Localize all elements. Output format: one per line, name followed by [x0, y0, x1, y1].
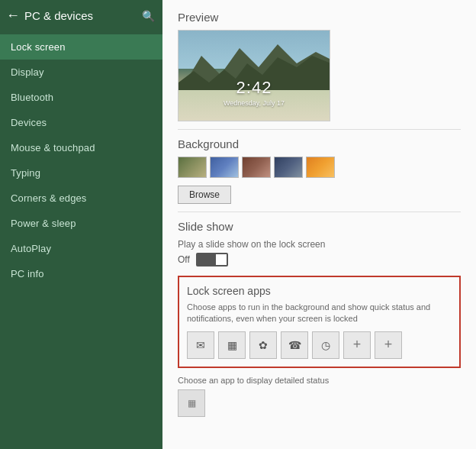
sidebar-item-mouse-touchpad[interactable]: Mouse & touchpad: [0, 135, 162, 160]
messages-icon: ☎: [288, 339, 301, 351]
preview-section: Preview 2:42 Wednesday, July 17: [178, 11, 461, 121]
sidebar-item-typing[interactable]: Typing: [0, 160, 162, 186]
add-app-button-2[interactable]: +: [375, 331, 402, 359]
alarms-icon: ◷: [321, 339, 330, 351]
app-icon-mail[interactable]: ✉: [187, 331, 214, 359]
weather-icon: ✿: [259, 339, 268, 351]
lock-apps-description: Choose apps to run in the background and…: [187, 302, 452, 325]
app-icon-messages[interactable]: ☎: [281, 331, 308, 359]
slideshow-toggle[interactable]: [196, 253, 228, 266]
sidebar-item-pc-info[interactable]: PC info: [0, 261, 162, 286]
sidebar: ← PC & devices 🔍 Lock screen Display Blu…: [0, 0, 162, 449]
sidebar-item-corners-edges[interactable]: Corners & edges: [0, 186, 162, 211]
background-section: Background Browse: [178, 137, 461, 204]
divider-2: [178, 212, 461, 212]
detailed-status-icon-symbol: ▦: [188, 398, 196, 409]
lock-apps-section: Lock screen apps Choose apps to run in t…: [178, 276, 461, 368]
mail-icon: ✉: [196, 339, 205, 351]
sidebar-item-power-sleep[interactable]: Power & sleep: [0, 211, 162, 236]
detailed-status-description: Choose an app to display detailed status: [178, 376, 461, 385]
add-icon-2: +: [384, 337, 393, 353]
app-icon-weather[interactable]: ✿: [249, 331, 277, 359]
background-title: Background: [178, 137, 461, 150]
slideshow-title: Slide show: [178, 220, 461, 233]
sidebar-item-display[interactable]: Display: [0, 60, 162, 85]
sidebar-item-autoplay[interactable]: AutoPlay: [0, 236, 162, 261]
main-content: Preview 2:42 Wednesday, July 17 Backgrou…: [162, 0, 476, 449]
bg-swatch-5[interactable]: [306, 157, 335, 178]
lock-apps-title: Lock screen apps: [187, 285, 452, 297]
preview-image: 2:42 Wednesday, July 17: [178, 30, 330, 121]
preview-date: Wednesday, July 17: [224, 99, 285, 107]
sidebar-item-bluetooth[interactable]: Bluetooth: [0, 85, 162, 110]
bg-swatch-3[interactable]: [242, 157, 271, 178]
slideshow-description: Play a slide show on the lock screen: [178, 239, 461, 250]
sidebar-header: ← PC & devices 🔍: [0, 0, 162, 31]
sidebar-title: PC & devices: [24, 9, 93, 22]
calendar-icon: ▦: [227, 339, 237, 351]
toggle-off-label: Off: [178, 254, 190, 265]
app-icons-row: ✉ ▦ ✿ ☎ ◷ + +: [187, 331, 452, 359]
preview-title: Preview: [178, 11, 461, 24]
app-icon-alarms[interactable]: ◷: [312, 331, 339, 359]
add-icon-1: +: [353, 337, 362, 353]
divider-1: [178, 129, 461, 130]
slideshow-section: Slide show Play a slide show on the lock…: [178, 220, 461, 266]
sidebar-navigation: Lock screen Display Bluetooth Devices Mo…: [0, 34, 162, 286]
search-icon[interactable]: 🔍: [142, 10, 155, 22]
background-swatches: [178, 157, 461, 178]
browse-button[interactable]: Browse: [178, 186, 231, 204]
preview-time: 2:42: [236, 78, 272, 98]
sidebar-item-lock-screen[interactable]: Lock screen: [0, 34, 162, 60]
sidebar-item-devices[interactable]: Devices: [0, 110, 162, 135]
bg-swatch-1[interactable]: [178, 157, 207, 178]
back-icon: ←: [6, 8, 20, 24]
bg-swatch-2[interactable]: [210, 157, 239, 178]
app-icon-calendar[interactable]: ▦: [218, 331, 246, 359]
bg-swatch-4[interactable]: [274, 157, 303, 178]
slideshow-toggle-row: Off: [178, 253, 461, 266]
toggle-thumb: [216, 254, 227, 265]
detailed-status-section: Choose an app to display detailed status…: [178, 376, 461, 417]
add-app-button-1[interactable]: +: [343, 331, 371, 359]
detailed-status-app-icon[interactable]: ▦: [178, 389, 205, 417]
